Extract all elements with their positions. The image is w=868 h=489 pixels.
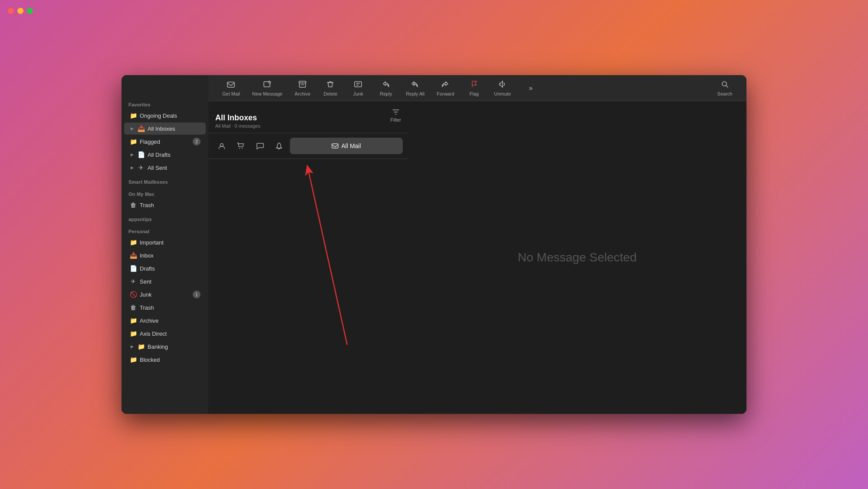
sidebar-item-axis-direct[interactable]: 📁 Axis Direct — [124, 327, 206, 340]
reply-all-button[interactable]: Reply All — [401, 77, 430, 99]
folder-icon: 📁 — [129, 317, 137, 324]
search-icon — [720, 80, 729, 90]
get-mail-button[interactable]: Get Mail — [217, 77, 245, 99]
search-label: Search — [717, 91, 733, 96]
chevron-icon: ▶ — [129, 126, 135, 131]
sidebar-item-label: Archive — [140, 317, 158, 324]
sidebar-item-label: Junk — [140, 291, 151, 298]
tab-all-mail[interactable]: All Mail — [290, 138, 403, 154]
flag-button[interactable]: Flag — [461, 77, 487, 99]
search-button[interactable]: Search — [712, 77, 738, 99]
folder-icon: 📁 — [129, 138, 137, 145]
svg-rect-0 — [227, 82, 234, 87]
sidebar-item-blocked[interactable]: 📁 Blocked — [124, 354, 206, 366]
unmute-button[interactable]: Unmute — [489, 77, 516, 99]
sidebar-item-trash-mac[interactable]: 🗑 Trash — [124, 199, 206, 211]
delete-button[interactable]: Delete — [317, 77, 343, 99]
folder-icon: 📁 — [129, 356, 137, 363]
sidebar-item-all-inboxes[interactable]: ▶ 📥 All Inboxes — [124, 122, 206, 135]
forward-label: Forward — [437, 91, 454, 96]
appsntips-section-label: appsntips — [122, 211, 208, 224]
middle-panel: All Inboxes All Mail · 0 messages Filter — [208, 101, 408, 414]
unmute-label: Unmute — [494, 91, 511, 96]
svg-line-9 — [726, 86, 728, 87]
get-mail-label: Get Mail — [222, 91, 240, 96]
reply-label: Reply — [380, 91, 392, 96]
sidebar-item-all-drafts[interactable]: ▶ 📄 All Drafts — [124, 149, 206, 161]
sidebar-item-ongoing-deals[interactable]: 📁 Ongoing Deals — [124, 109, 206, 122]
forward-button[interactable]: Forward — [431, 77, 459, 99]
middle-header: All Inboxes All Mail · 0 messages Filter — [208, 101, 408, 133]
junk-badge: 1 — [193, 291, 201, 298]
inbox-icon: 📥 — [129, 251, 137, 259]
content-row: All Inboxes All Mail · 0 messages Filter — [208, 101, 746, 414]
svg-rect-1 — [264, 82, 270, 87]
svg-rect-5 — [355, 82, 362, 87]
sidebar: Favorites 📁 Ongoing Deals ▶ 📥 All Inboxe… — [122, 75, 208, 414]
on-my-mac-section-label: On My Mac — [122, 186, 208, 198]
junk-label: Junk — [353, 91, 363, 96]
detail-panel: No Message Selected — [408, 101, 746, 414]
sidebar-item-inbox[interactable]: 📥 Inbox — [124, 249, 206, 261]
sidebar-item-label: Flagged — [140, 139, 160, 145]
folder-icon: 📁 — [129, 112, 137, 119]
trash-icon: 🗑 — [129, 201, 137, 209]
reply-all-icon — [411, 80, 420, 90]
annotation-arrow — [208, 159, 408, 414]
sidebar-item-important[interactable]: 📁 Important — [124, 236, 206, 248]
forward-icon — [441, 80, 450, 90]
sidebar-item-flagged[interactable]: 📁 Flagged 2 — [124, 135, 206, 148]
tab-notification[interactable] — [271, 138, 287, 154]
sidebar-item-label: All Inboxes — [148, 126, 175, 132]
drafts-icon: 📄 — [137, 151, 145, 159]
all-mail-label: All Mail — [341, 142, 361, 149]
sidebar-item-label: Trash — [140, 304, 154, 311]
trash-icon: 🗑 — [129, 304, 137, 311]
smart-mailboxes-section-label: Smart Mailboxes — [122, 174, 208, 186]
sidebar-item-label: Drafts — [140, 265, 155, 272]
junk-button[interactable]: Junk — [345, 77, 371, 99]
message-list — [208, 159, 408, 414]
reply-icon — [381, 80, 390, 90]
drafts-icon: 📄 — [129, 264, 137, 272]
archive-label: Archive — [295, 91, 311, 96]
archive-icon — [298, 80, 307, 90]
personal-section-label: Personal — [122, 224, 208, 236]
sidebar-item-archive[interactable]: 📁 Archive — [124, 314, 206, 327]
sidebar-item-label: Ongoing Deals — [140, 112, 177, 119]
sidebar-item-all-sent[interactable]: ▶ ✈ All Sent — [124, 162, 206, 174]
tab-shopping[interactable] — [233, 138, 249, 154]
new-message-button[interactable]: New Message — [247, 77, 288, 99]
sidebar-item-label: Banking — [148, 344, 168, 350]
new-message-label: New Message — [252, 91, 283, 96]
folder-icon: 📁 — [129, 238, 137, 246]
more-icon: » — [529, 85, 533, 92]
more-button[interactable]: » — [518, 82, 544, 94]
reply-button[interactable]: Reply — [373, 77, 399, 99]
filter-button[interactable]: Filter — [391, 108, 401, 122]
archive-button[interactable]: Archive — [289, 77, 316, 99]
no-message-text: No Message Selected — [518, 251, 637, 264]
svg-point-12 — [242, 148, 243, 149]
svg-point-11 — [239, 148, 240, 149]
tab-chat[interactable] — [252, 138, 268, 154]
sidebar-item-label: All Drafts — [148, 152, 171, 158]
filter-label: Filter — [391, 117, 401, 122]
chevron-icon: ▶ — [129, 165, 135, 170]
tabs-row: All Mail — [208, 133, 408, 159]
get-mail-icon — [227, 80, 235, 90]
sidebar-item-label: Sent — [140, 278, 151, 285]
svg-rect-13 — [332, 144, 338, 148]
chevron-icon: ▶ — [129, 344, 135, 349]
flag-label: Flag — [470, 91, 479, 96]
new-message-icon — [263, 80, 272, 90]
chevron-icon: ▶ — [129, 152, 135, 157]
sidebar-item-banking[interactable]: ▶ 📁 Banking — [124, 340, 206, 353]
sidebar-item-label: Inbox — [140, 252, 154, 259]
reply-all-label: Reply All — [406, 91, 424, 96]
sidebar-item-junk[interactable]: 🚫 Junk 1 — [124, 288, 206, 301]
tab-people[interactable] — [214, 138, 230, 154]
sidebar-item-drafts[interactable]: 📄 Drafts — [124, 262, 206, 274]
sidebar-item-trash[interactable]: 🗑 Trash — [124, 301, 206, 314]
sidebar-item-sent[interactable]: ✈ Sent — [124, 275, 206, 287]
